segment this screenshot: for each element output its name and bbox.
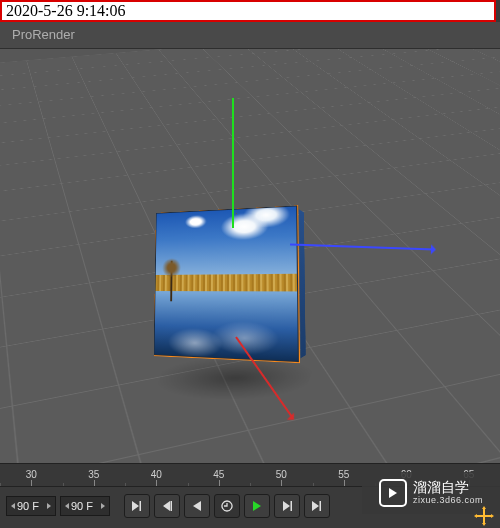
chevron-left-icon[interactable]	[11, 503, 15, 509]
chevron-right-icon[interactable]	[47, 503, 51, 509]
tick: 35	[63, 464, 126, 486]
renderer-label: ProRender	[12, 27, 75, 42]
chevron-right-icon[interactable]	[101, 503, 105, 509]
svg-rect-1	[291, 501, 293, 511]
move-gizmo-icon[interactable]	[474, 506, 494, 526]
end-frame-value: 90 F	[71, 500, 99, 512]
end-frame-field[interactable]: 90 F	[60, 496, 110, 516]
play-icon	[379, 479, 407, 507]
step-forward-button[interactable]	[274, 494, 300, 518]
svg-rect-0	[171, 501, 173, 511]
tick: 30	[0, 464, 63, 486]
chevron-left-icon[interactable]	[65, 503, 69, 509]
step-back-button[interactable]	[154, 494, 180, 518]
cube-shadow	[152, 357, 317, 399]
go-to-start-button[interactable]	[124, 494, 150, 518]
cube-face-front	[154, 205, 299, 362]
current-frame-value: 90 F	[17, 500, 45, 512]
watermark-url: zixue.3d66.com	[413, 496, 483, 506]
play-button[interactable]	[244, 494, 270, 518]
watermark-title: 溜溜自学	[413, 480, 483, 495]
viewport-3d[interactable]	[0, 49, 500, 464]
textured-cube[interactable]	[162, 209, 301, 358]
tick: 50	[250, 464, 313, 486]
go-to-end-button[interactable]	[304, 494, 330, 518]
timestamp-text: 2020-5-26 9:14:06	[6, 2, 126, 19]
stop-button[interactable]	[214, 494, 240, 518]
tick: 40	[125, 464, 188, 486]
viewport-header: ProRender	[0, 22, 500, 49]
svg-rect-3	[477, 515, 491, 517]
timestamp-banner: 2020-5-26 9:14:06	[0, 0, 496, 22]
current-frame-field[interactable]: 90 F	[6, 496, 56, 516]
play-backward-button[interactable]	[184, 494, 210, 518]
tick: 45	[188, 464, 251, 486]
